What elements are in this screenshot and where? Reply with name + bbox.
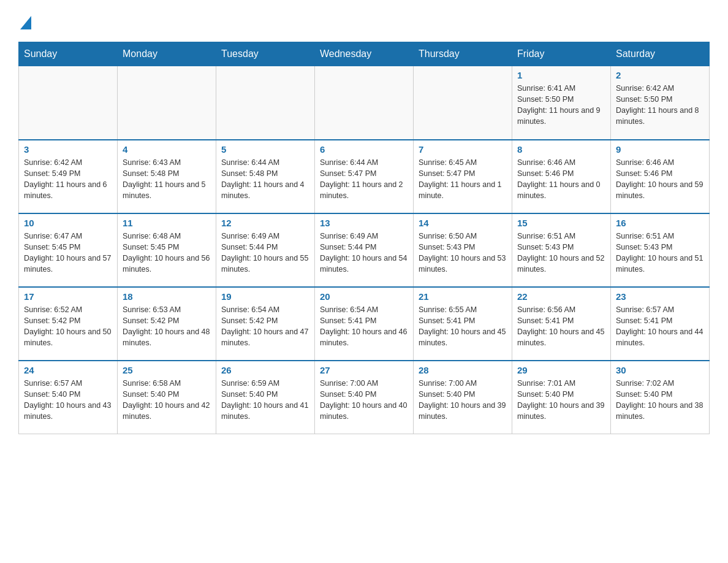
day-info: Sunrise: 6:51 AM Sunset: 5:43 PM Dayligh… — [517, 231, 605, 275]
calendar-cell: 17Sunrise: 6:52 AM Sunset: 5:42 PM Dayli… — [19, 287, 118, 361]
calendar-cell: 30Sunrise: 7:02 AM Sunset: 5:40 PM Dayli… — [611, 361, 710, 434]
day-number: 28 — [419, 365, 507, 375]
calendar-week-row: 24Sunrise: 6:57 AM Sunset: 5:40 PM Dayli… — [19, 361, 710, 434]
day-number: 4 — [123, 144, 211, 155]
calendar-cell: 9Sunrise: 6:46 AM Sunset: 5:46 PM Daylig… — [611, 140, 710, 213]
day-info: Sunrise: 7:01 AM Sunset: 5:40 PM Dayligh… — [517, 378, 605, 423]
day-number: 10 — [24, 218, 112, 228]
day-number: 21 — [419, 291, 507, 302]
day-number: 30 — [616, 365, 704, 375]
weekday-header-sunday: Sunday — [19, 42, 118, 66]
calendar-cell: 23Sunrise: 6:57 AM Sunset: 5:41 PM Dayli… — [611, 287, 710, 361]
day-info: Sunrise: 6:52 AM Sunset: 5:42 PM Dayligh… — [24, 304, 112, 349]
calendar-cell: 14Sunrise: 6:50 AM Sunset: 5:43 PM Dayli… — [414, 213, 512, 287]
day-number: 26 — [221, 365, 309, 375]
day-number: 17 — [24, 291, 112, 302]
day-info: Sunrise: 6:49 AM Sunset: 5:44 PM Dayligh… — [320, 231, 408, 275]
day-info: Sunrise: 6:43 AM Sunset: 5:48 PM Dayligh… — [123, 157, 211, 202]
calendar-cell: 5Sunrise: 6:44 AM Sunset: 5:48 PM Daylig… — [216, 140, 315, 213]
day-number: 9 — [616, 144, 704, 155]
day-info: Sunrise: 6:57 AM Sunset: 5:40 PM Dayligh… — [24, 378, 112, 423]
day-number: 14 — [419, 218, 507, 228]
page-header — [18, 12, 710, 32]
calendar-cell — [118, 66, 216, 140]
day-info: Sunrise: 6:54 AM Sunset: 5:42 PM Dayligh… — [221, 304, 309, 349]
day-number: 15 — [517, 218, 605, 228]
calendar-cell: 13Sunrise: 6:49 AM Sunset: 5:44 PM Dayli… — [315, 213, 414, 287]
weekday-header-wednesday: Wednesday — [315, 42, 414, 66]
day-number: 1 — [517, 70, 605, 80]
calendar-cell: 26Sunrise: 6:59 AM Sunset: 5:40 PM Dayli… — [216, 361, 315, 434]
svg-marker-0 — [20, 16, 31, 29]
day-info: Sunrise: 7:00 AM Sunset: 5:40 PM Dayligh… — [419, 378, 507, 423]
day-info: Sunrise: 6:56 AM Sunset: 5:41 PM Dayligh… — [517, 304, 605, 349]
day-number: 12 — [221, 218, 309, 228]
day-info: Sunrise: 7:02 AM Sunset: 5:40 PM Dayligh… — [616, 378, 704, 423]
calendar-week-row: 17Sunrise: 6:52 AM Sunset: 5:42 PM Dayli… — [19, 287, 710, 361]
calendar-cell: 25Sunrise: 6:58 AM Sunset: 5:40 PM Dayli… — [118, 361, 216, 434]
calendar-cell: 18Sunrise: 6:53 AM Sunset: 5:42 PM Dayli… — [118, 287, 216, 361]
day-info: Sunrise: 6:47 AM Sunset: 5:45 PM Dayligh… — [24, 231, 112, 275]
day-info: Sunrise: 6:44 AM Sunset: 5:47 PM Dayligh… — [320, 157, 408, 202]
calendar-cell: 12Sunrise: 6:49 AM Sunset: 5:44 PM Dayli… — [216, 213, 315, 287]
calendar-cell: 10Sunrise: 6:47 AM Sunset: 5:45 PM Dayli… — [19, 213, 118, 287]
calendar-cell: 15Sunrise: 6:51 AM Sunset: 5:43 PM Dayli… — [512, 213, 611, 287]
day-number: 24 — [24, 365, 112, 375]
calendar-header-row: SundayMondayTuesdayWednesdayThursdayFrid… — [19, 42, 710, 66]
day-info: Sunrise: 6:49 AM Sunset: 5:44 PM Dayligh… — [221, 231, 309, 275]
calendar-cell: 11Sunrise: 6:48 AM Sunset: 5:45 PM Dayli… — [118, 213, 216, 287]
day-info: Sunrise: 6:58 AM Sunset: 5:40 PM Dayligh… — [123, 378, 211, 423]
day-info: Sunrise: 6:50 AM Sunset: 5:43 PM Dayligh… — [419, 231, 507, 275]
calendar-cell: 4Sunrise: 6:43 AM Sunset: 5:48 PM Daylig… — [118, 140, 216, 213]
calendar-cell: 8Sunrise: 6:46 AM Sunset: 5:46 PM Daylig… — [512, 140, 611, 213]
day-info: Sunrise: 6:41 AM Sunset: 5:50 PM Dayligh… — [517, 83, 605, 128]
logo-triangle-icon — [20, 16, 31, 32]
calendar-cell: 22Sunrise: 6:56 AM Sunset: 5:41 PM Dayli… — [512, 287, 611, 361]
weekday-header-thursday: Thursday — [414, 42, 512, 66]
day-info: Sunrise: 6:54 AM Sunset: 5:41 PM Dayligh… — [320, 304, 408, 349]
day-number: 25 — [123, 365, 211, 375]
day-number: 29 — [517, 365, 605, 375]
calendar-cell: 16Sunrise: 6:51 AM Sunset: 5:43 PM Dayli… — [611, 213, 710, 287]
calendar-cell: 21Sunrise: 6:55 AM Sunset: 5:41 PM Dayli… — [414, 287, 512, 361]
calendar-cell — [315, 66, 414, 140]
weekday-header-friday: Friday — [512, 42, 611, 66]
calendar-week-row: 3Sunrise: 6:42 AM Sunset: 5:49 PM Daylig… — [19, 140, 710, 213]
weekday-header-tuesday: Tuesday — [216, 42, 315, 66]
calendar-week-row: 1Sunrise: 6:41 AM Sunset: 5:50 PM Daylig… — [19, 66, 710, 140]
day-info: Sunrise: 6:55 AM Sunset: 5:41 PM Dayligh… — [419, 304, 507, 349]
day-number: 27 — [320, 365, 408, 375]
day-info: Sunrise: 6:48 AM Sunset: 5:45 PM Dayligh… — [123, 231, 211, 275]
day-number: 22 — [517, 291, 605, 302]
calendar-cell — [414, 66, 512, 140]
calendar-cell: 27Sunrise: 7:00 AM Sunset: 5:40 PM Dayli… — [315, 361, 414, 434]
day-info: Sunrise: 7:00 AM Sunset: 5:40 PM Dayligh… — [320, 378, 408, 423]
day-info: Sunrise: 6:46 AM Sunset: 5:46 PM Dayligh… — [616, 157, 704, 202]
logo — [18, 12, 31, 32]
calendar-table: SundayMondayTuesdayWednesdayThursdayFrid… — [18, 42, 710, 434]
day-number: 2 — [616, 70, 704, 80]
day-info: Sunrise: 6:51 AM Sunset: 5:43 PM Dayligh… — [616, 231, 704, 275]
day-number: 7 — [419, 144, 507, 155]
calendar-cell: 6Sunrise: 6:44 AM Sunset: 5:47 PM Daylig… — [315, 140, 414, 213]
calendar-cell: 20Sunrise: 6:54 AM Sunset: 5:41 PM Dayli… — [315, 287, 414, 361]
day-info: Sunrise: 6:46 AM Sunset: 5:46 PM Dayligh… — [517, 157, 605, 202]
calendar-week-row: 10Sunrise: 6:47 AM Sunset: 5:45 PM Dayli… — [19, 213, 710, 287]
day-number: 16 — [616, 218, 704, 228]
calendar-cell — [216, 66, 315, 140]
calendar-cell: 7Sunrise: 6:45 AM Sunset: 5:47 PM Daylig… — [414, 140, 512, 213]
day-number: 13 — [320, 218, 408, 228]
day-info: Sunrise: 6:42 AM Sunset: 5:49 PM Dayligh… — [24, 157, 112, 202]
day-number: 20 — [320, 291, 408, 302]
calendar-cell: 29Sunrise: 7:01 AM Sunset: 5:40 PM Dayli… — [512, 361, 611, 434]
day-info: Sunrise: 6:42 AM Sunset: 5:50 PM Dayligh… — [616, 83, 704, 128]
calendar-cell: 28Sunrise: 7:00 AM Sunset: 5:40 PM Dayli… — [414, 361, 512, 434]
weekday-header-monday: Monday — [118, 42, 216, 66]
day-info: Sunrise: 6:59 AM Sunset: 5:40 PM Dayligh… — [221, 378, 309, 423]
calendar-cell: 2Sunrise: 6:42 AM Sunset: 5:50 PM Daylig… — [611, 66, 710, 140]
day-number: 5 — [221, 144, 309, 155]
day-number: 23 — [616, 291, 704, 302]
day-info: Sunrise: 6:45 AM Sunset: 5:47 PM Dayligh… — [419, 157, 507, 202]
day-info: Sunrise: 6:57 AM Sunset: 5:41 PM Dayligh… — [616, 304, 704, 349]
day-number: 11 — [123, 218, 211, 228]
